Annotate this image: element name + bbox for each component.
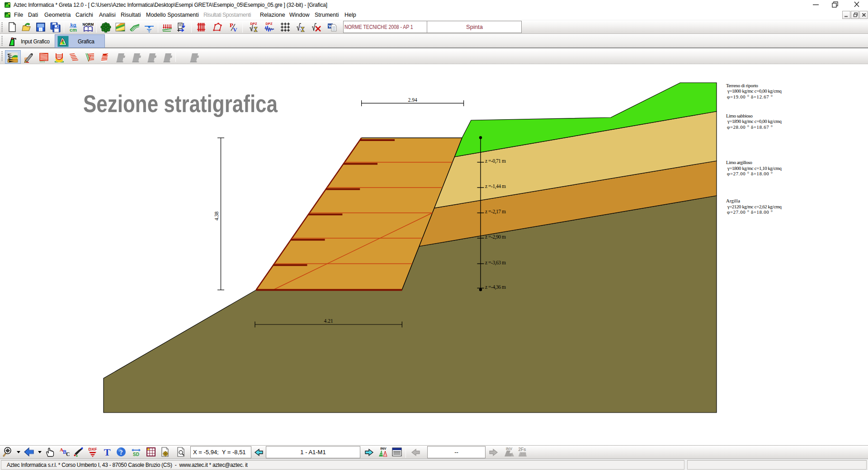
svg-text:Argilla: Argilla [726, 198, 740, 203]
svg-text:?: ? [119, 449, 123, 456]
svg-text:2.94: 2.94 [408, 97, 417, 103]
svg-text:INV: INV [380, 446, 387, 451]
svg-text:φ=19.00 ° δ=12.67 °: φ=19.00 ° δ=12.67 ° [727, 94, 773, 99]
svg-text:γ=1800 kg/mc c=0,00 kg/cmq: γ=1800 kg/mc c=0,00 kg/cmq [727, 88, 782, 94]
svg-text:SD: SD [133, 452, 139, 457]
svg-text:T: T [104, 446, 111, 457]
svg-text:z =-0,71 m: z =-0,71 m [485, 158, 506, 164]
svg-text:γ=1800 kg/mc c=1,10 kg/cmq: γ=1800 kg/mc c=1,10 kg/cmq [727, 165, 782, 171]
svg-text:γ=1890 kg/mc c=0,00 kg/cmq: γ=1890 kg/mc c=0,00 kg/cmq [727, 118, 782, 124]
svg-text:z =-3,63 m: z =-3,63 m [485, 260, 506, 266]
svg-text:DPZ: DPZ [266, 22, 273, 26]
svg-text:4.21: 4.21 [324, 318, 333, 324]
svg-text:φ=27.00 ° δ=18.00 °: φ=27.00 ° δ=18.00 ° [727, 209, 773, 215]
svg-text:7: 7 [252, 29, 254, 32]
svg-text:φ=28.00 ° δ=18.67 °: φ=28.00 ° δ=18.67 ° [727, 124, 773, 130]
svg-text:2Fs: 2Fs [518, 447, 526, 452]
svg-text:Terreno di riporto: Terreno di riporto [726, 83, 758, 88]
svg-text:DPZ: DPZ [250, 22, 257, 26]
svg-text:cm: cm [70, 27, 77, 33]
svg-text:z =-1,44 m: z =-1,44 m [485, 183, 506, 189]
svg-text:4.38: 4.38 [214, 212, 219, 221]
svg-text:Sezione stratigrafica: Sezione stratigrafica [83, 90, 278, 117]
svg-text:INV: INV [506, 446, 513, 451]
svg-text:Limo sabbioso: Limo sabbioso [726, 113, 753, 118]
svg-text:Limo argilloso: Limo argilloso [726, 160, 752, 165]
svg-text:7: 7 [299, 28, 301, 32]
svg-text:NORM: NORM [83, 22, 94, 27]
svg-text:z =-4,36 m: z =-4,36 m [485, 284, 506, 290]
svg-text:γ=2120 kg/mc c=2,62 kg/cmq: γ=2120 kg/mc c=2,62 kg/cmq [727, 204, 782, 209]
svg-text:V: V [233, 26, 237, 33]
svg-text:z =-2,90 m: z =-2,90 m [485, 234, 506, 240]
svg-text:z =-2,17 m: z =-2,17 m [485, 209, 506, 215]
svg-text:2: 2 [299, 25, 301, 28]
svg-text:DXF: DXF [89, 446, 97, 451]
svg-text:C: C [66, 451, 70, 457]
svg-text:φ=27.00 ° δ=18.00 °: φ=27.00 ° δ=18.00 ° [727, 171, 773, 176]
